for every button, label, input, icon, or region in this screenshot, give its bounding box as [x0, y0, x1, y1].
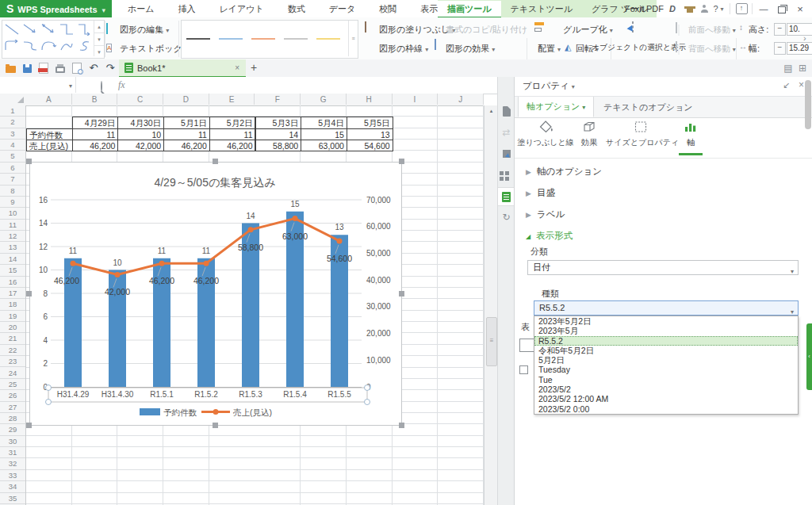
print-button[interactable] [52, 59, 68, 77]
type-option-4[interactable]: 5月2日 [534, 355, 798, 365]
row-header-34[interactable]: 34 [0, 481, 25, 492]
x-axis-label-3[interactable]: R1.5.2 [194, 390, 218, 399]
line-point-6[interactable] [337, 238, 343, 243]
menu-挿入[interactable]: 挿入 [167, 0, 208, 17]
x-axis-label-4[interactable]: R1.5.3 [239, 390, 262, 399]
x-axis-label-2[interactable]: R1.5.1 [150, 390, 174, 399]
cell-sales-2[interactable]: 46,200 [163, 140, 210, 151]
type-option-8[interactable]: 2023/5/2 12:00 AM [534, 394, 798, 404]
column-header-C[interactable]: C [117, 94, 163, 105]
left-axis-tick[interactable]: 8 [43, 289, 48, 298]
row-header-28[interactable]: 28 [0, 413, 25, 424]
cell-sales-3[interactable]: 46,200 [209, 140, 256, 151]
print-preview-button[interactable] [69, 59, 85, 77]
shape-preset-0[interactable] [2, 21, 21, 38]
row-header-2[interactable]: 2 [0, 117, 25, 128]
right-axis-tick[interactable]: 60,000 [366, 222, 391, 231]
tab-axis[interactable]: 軸 [656, 120, 726, 148]
section-2[interactable]: ▶ラベル [526, 204, 565, 224]
row-header-18[interactable]: 18 [0, 299, 25, 310]
layout-toggle[interactable]: ⊞ [795, 59, 810, 77]
row-header-12[interactable]: 12 [0, 231, 25, 242]
shape-preset-1[interactable] [21, 21, 39, 38]
export-pdf-button[interactable] [36, 59, 52, 77]
row-header-8[interactable]: 8 [0, 186, 25, 197]
row-header-10[interactable]: 10 [0, 208, 25, 219]
axis-selection-handle-1[interactable] [365, 385, 370, 391]
tab-foxit-pdf[interactable]: Foxit PDF [617, 0, 672, 17]
minimize-button[interactable]: — [756, 0, 771, 17]
type-option-9[interactable]: 2023/5/2 0:00 [534, 404, 798, 414]
properties-pane-button[interactable] [498, 187, 515, 206]
selection-pane-button[interactable]: オブジェクトの選択と表示 [592, 41, 686, 54]
line-style-gallery[interactable]: ≡ [181, 20, 358, 59]
type-option-5[interactable]: Tuesday [534, 365, 798, 374]
section-1[interactable]: ▶目盛 [526, 182, 555, 203]
tab-text-options[interactable]: テキストのオプション [603, 97, 693, 117]
line-style-preset-1[interactable] [214, 24, 247, 53]
row-header-14[interactable]: 14 [0, 254, 25, 265]
row-header-33[interactable]: 33 [0, 470, 25, 481]
width-field[interactable]: 15.29 [787, 42, 812, 55]
shape-preset-4[interactable] [75, 21, 94, 38]
row-header-29[interactable]: 29 [0, 424, 25, 435]
left-axis-tick[interactable]: 12 [39, 243, 48, 251]
column-header-G[interactable]: G [301, 94, 347, 105]
skin-icon[interactable] [684, 0, 696, 17]
shape-preset-7[interactable] [39, 38, 57, 55]
legend-line-label[interactable]: 売上(見込) [233, 407, 272, 417]
left-axis-tick[interactable]: 16 [39, 196, 48, 205]
chart-resize-handle-2[interactable] [399, 159, 404, 164]
cell-sales-5[interactable]: 63,000 [301, 140, 347, 151]
line-point-2[interactable] [159, 261, 165, 266]
shape-preset-6[interactable] [21, 38, 39, 55]
docer-icon[interactable]: D [666, 0, 679, 17]
chart-resize-handle-7[interactable] [399, 423, 404, 428]
shape-preset-2[interactable] [39, 21, 57, 38]
row-header-32[interactable]: 32 [0, 458, 25, 469]
category-select[interactable]: 日付▾ [527, 260, 799, 275]
cell-sales-6[interactable]: 54,600 [347, 140, 393, 151]
format-painter-button[interactable]: 書式のコピ/貼り付け [446, 23, 527, 36]
line-style-preset-4[interactable] [312, 24, 344, 53]
chart-resize-handle-5[interactable] [26, 423, 32, 428]
shape-preset-5[interactable] [2, 38, 21, 55]
type-option-2[interactable]: R5.5.2 [534, 336, 798, 346]
line-style-preset-2[interactable] [247, 24, 279, 53]
left-axis-tick[interactable]: 4 [43, 336, 48, 345]
row-header-1[interactable]: 1 [0, 105, 25, 117]
chart-resize-handle-6[interactable] [213, 423, 218, 428]
name-box[interactable]: ▾ [0, 77, 76, 93]
chart-resize-handle-1[interactable] [213, 159, 218, 164]
row-header-21[interactable]: 21 [0, 333, 25, 344]
right-axis-tick[interactable]: 40,000 [366, 276, 391, 285]
type-option-0[interactable]: 2023年5月2日 [534, 316, 798, 326]
x-axis-label-5[interactable]: R1.5.4 [283, 390, 307, 399]
new-file-pane-button[interactable] [498, 103, 515, 119]
select-all-corner[interactable] [0, 94, 27, 105]
obscured-checkbox[interactable] [519, 365, 528, 374]
cell-reservations-0[interactable]: 11 [72, 128, 119, 140]
right-axis-tick[interactable]: 30,000 [366, 302, 391, 311]
apps-pane-button[interactable] [498, 167, 515, 183]
menu-ホーム[interactable]: ホーム [116, 0, 167, 17]
undo-button[interactable]: ↶ [86, 59, 102, 77]
help-button[interactable]: ?▾ [710, 0, 726, 17]
row-header-22[interactable]: 22 [0, 345, 25, 356]
send-back-button[interactable]: 背面へ移動▾ [688, 42, 736, 55]
row-header-13[interactable]: 13 [0, 242, 25, 253]
row-header-3[interactable]: 3 [0, 128, 25, 140]
axis-selection-handle-0[interactable] [46, 385, 52, 391]
chart-object[interactable]: 4/29～5/05の集客見込み0246810121416010,00020,00… [29, 162, 402, 426]
row-header-7[interactable]: 7 [0, 174, 25, 185]
menu-レイアウト[interactable]: レイアウト [208, 0, 276, 17]
gallery-more-icon[interactable]: ▾ [94, 45, 104, 58]
row-header-16[interactable]: 16 [0, 277, 25, 288]
new-tab-button[interactable]: + [251, 59, 257, 76]
row-header-11[interactable]: 11 [0, 220, 25, 231]
left-axis-tick[interactable]: 6 [43, 312, 48, 321]
right-axis-tick[interactable]: 20,000 [366, 329, 391, 338]
cell-date-6[interactable]: 5月5日 [347, 117, 393, 128]
line-point-1[interactable] [115, 272, 121, 277]
context-tab-0[interactable]: 描画ツール [438, 1, 501, 18]
